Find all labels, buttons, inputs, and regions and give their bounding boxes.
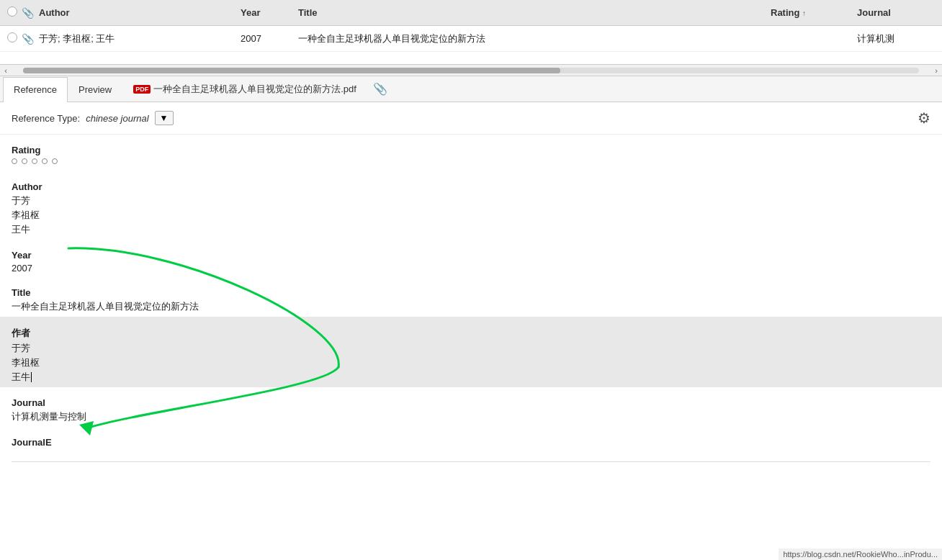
ref-type-container: Reference Type: chinese journal ▼ bbox=[12, 111, 174, 125]
authors-cn-value-3[interactable]: 王牛 bbox=[12, 370, 930, 384]
rating-dot-5[interactable] bbox=[52, 158, 58, 164]
header-radio[interactable] bbox=[7, 6, 17, 17]
row-author-cell: 于芳; 李祖枢; 王牛 bbox=[35, 32, 236, 45]
pdf-icon: PDF bbox=[133, 85, 151, 94]
ref-type-label: Reference Type: bbox=[12, 113, 80, 124]
row-radio-cell[interactable] bbox=[3, 32, 17, 45]
title-col-header[interactable]: Title bbox=[294, 7, 766, 18]
reference-list: 📎 Author Year Title Rating ↑ Journal 📎 于… bbox=[0, 0, 942, 65]
ref-type-value: chinese journal bbox=[86, 113, 148, 124]
row-journal-cell: 计算机测 bbox=[853, 32, 939, 45]
text-cursor bbox=[31, 372, 32, 382]
tab-pdf[interactable]: PDF 一种全自主足球机器人单目视觉定位的新方法.pdf bbox=[122, 76, 367, 101]
author-value-2[interactable]: 李祖枢 bbox=[12, 208, 930, 222]
journal-section: Journal 计算机测量与控制 bbox=[0, 387, 942, 427]
title-label: Title bbox=[12, 287, 930, 298]
title-section: Title 一种全自主足球机器人单目视觉定位的新方法 bbox=[0, 277, 942, 317]
scroll-left-arrow[interactable]: ‹ bbox=[0, 66, 12, 75]
title-value[interactable]: 一种全自主足球机器人单目视觉定位的新方法 bbox=[12, 299, 930, 314]
rating-dot-4[interactable] bbox=[42, 158, 48, 164]
year-value[interactable]: 2007 bbox=[12, 262, 930, 274]
horizontal-scrollbar[interactable]: ‹ › bbox=[0, 65, 942, 76]
author-label: Author bbox=[12, 181, 930, 192]
author-value-1[interactable]: 于芳 bbox=[12, 194, 930, 208]
author-value-3[interactable]: 王牛 bbox=[12, 222, 930, 237]
rating-col-header[interactable]: Rating ↑ bbox=[766, 7, 853, 18]
journal-label: Journal bbox=[12, 397, 930, 408]
tabs-bar: Reference Preview PDF 一种全自主足球机器人单目视觉定位的新… bbox=[0, 76, 942, 102]
authors-cn-value-1[interactable]: 于芳 bbox=[12, 341, 930, 356]
authors-cn-label: 作者 bbox=[12, 327, 930, 340]
reference-type-row: Reference Type: chinese journal ▼ ⚙ bbox=[0, 102, 942, 135]
row-title-cell: 一种全自主足球机器人单目视觉定位的新方法 bbox=[294, 32, 766, 45]
year-col-header[interactable]: Year bbox=[236, 7, 294, 18]
gear-settings-icon[interactable]: ⚙ bbox=[918, 109, 930, 127]
scrollbar-track[interactable] bbox=[23, 68, 919, 73]
authors-cn-value-2[interactable]: 李祖枢 bbox=[12, 356, 930, 370]
author-col-header[interactable]: Author bbox=[35, 7, 236, 18]
year-section: Year 2007 bbox=[0, 240, 942, 277]
journale-label: JournalE bbox=[12, 437, 930, 448]
year-label: Year bbox=[12, 250, 930, 261]
sort-arrow-icon: ↑ bbox=[802, 9, 806, 17]
author-section: Author 于芳 李祖枢 王牛 bbox=[0, 171, 942, 240]
scroll-right-arrow[interactable]: › bbox=[930, 66, 942, 75]
rating-dot-2[interactable] bbox=[22, 158, 27, 164]
journal-value[interactable]: 计算机测量与控制 bbox=[12, 410, 930, 424]
tab-preview[interactable]: Preview bbox=[68, 76, 122, 101]
journal-col-header[interactable]: Journal bbox=[853, 7, 939, 18]
url-bar: https://blog.csdn.net/RookieWho...inProd… bbox=[779, 548, 942, 560]
rating-label: Rating bbox=[12, 145, 930, 155]
detail-panel: Reference Type: chinese journal ▼ ⚙ Rati… bbox=[0, 102, 942, 560]
clip-col-header: 📎 bbox=[17, 7, 35, 19]
row-clip-icon: 📎 bbox=[22, 33, 35, 45]
check-col-header bbox=[3, 6, 17, 19]
attach-tab-icon[interactable]: 📎 bbox=[367, 82, 393, 96]
ref-type-dropdown[interactable]: ▼ bbox=[155, 111, 174, 125]
rating-section: Rating bbox=[0, 135, 942, 171]
table-header: 📎 Author Year Title Rating ↑ Journal bbox=[0, 0, 942, 26]
rating-dot-3[interactable] bbox=[32, 158, 37, 164]
journale-value[interactable] bbox=[12, 449, 930, 462]
rating-dot-1[interactable] bbox=[12, 158, 17, 164]
row-year-cell: 2007 bbox=[236, 33, 294, 44]
clip-header-icon: 📎 bbox=[22, 7, 34, 19]
scrollbar-thumb[interactable] bbox=[23, 68, 560, 73]
rating-dots-row[interactable] bbox=[12, 158, 930, 164]
authors-cn-section: 作者 于芳 李祖枢 王牛 bbox=[0, 317, 942, 387]
table-row[interactable]: 📎 于芳; 李祖枢; 王牛 2007 一种全自主足球机器人单目视觉定位的新方法 … bbox=[0, 26, 942, 52]
journale-section: JournalE bbox=[0, 427, 942, 465]
row-radio-icon[interactable] bbox=[7, 32, 17, 42]
tab-reference[interactable]: Reference bbox=[3, 77, 68, 102]
row-clip-cell: 📎 bbox=[17, 33, 35, 45]
